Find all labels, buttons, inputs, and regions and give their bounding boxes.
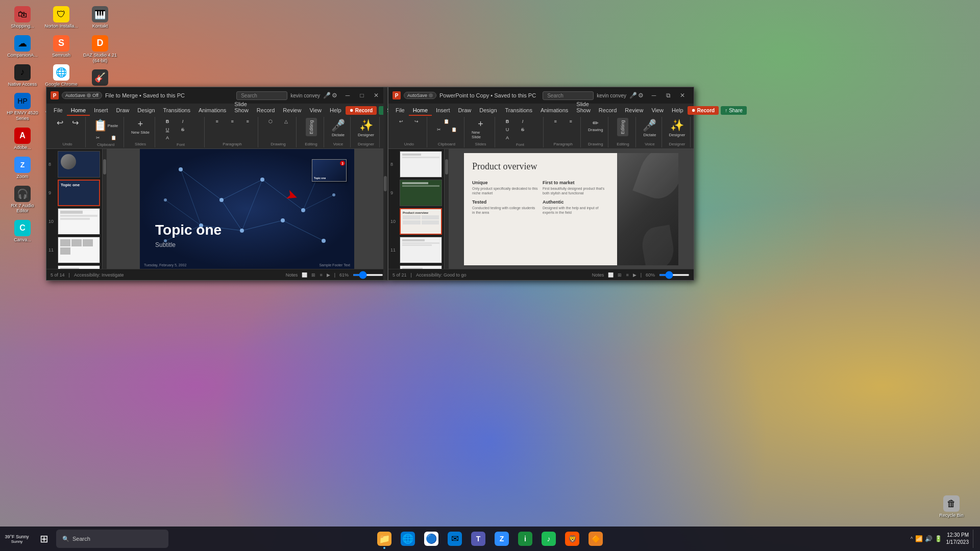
title-search-right[interactable]: Search — [543, 91, 594, 100]
start-button[interactable]: ⊞ — [33, 528, 55, 550]
record-button-left[interactable]: ⏺ Record — [346, 106, 377, 115]
bold-btn-right[interactable]: B — [500, 118, 514, 125]
paste-btn-left[interactable]: 📋 Paste — [91, 118, 120, 133]
desktop-icon-norton[interactable]: 🛡 Norton Installa... — [43, 4, 80, 31]
align-left-btn-right[interactable]: ≡ — [548, 118, 562, 125]
recycle-bin-icon[interactable]: 🗑 Recycle Bin — [933, 493, 970, 520]
tab-transitions-left[interactable]: Transitions — [159, 106, 194, 116]
tab-transitions-right[interactable]: Transitions — [501, 106, 536, 116]
view-slideshow-icon[interactable]: ▶ — [327, 272, 330, 278]
tab-insert-right[interactable]: Insert — [432, 106, 454, 116]
paste-btn-right[interactable]: 📋 — [439, 118, 454, 125]
accessibility-left[interactable]: Accessibility: Investigate — [74, 272, 124, 278]
fontcolor-btn-left[interactable]: A — [160, 134, 175, 141]
accessibility-right[interactable]: Accessibility: Good to go — [416, 272, 467, 278]
strike-btn-right[interactable]: S — [516, 126, 530, 133]
copy-btn-right[interactable]: 📋 — [447, 126, 461, 133]
taskbar-item-explorer[interactable]: 📁 — [373, 528, 396, 550]
slide-thumb-11-right[interactable]: 11 — [390, 237, 442, 263]
undo-btn-left[interactable]: ↩ — [53, 118, 67, 128]
tab-slideshow-left[interactable]: Slide Show — [230, 99, 253, 116]
slide-thumb-11-left[interactable]: 11 — [48, 237, 100, 263]
dictate-btn-left[interactable]: 🎤 Dictate — [329, 118, 347, 138]
view-normal-icon[interactable]: ⬜ — [302, 272, 307, 278]
cut-btn-right[interactable]: ✂ — [432, 126, 446, 133]
drawing-btn-right[interactable]: ✏ Drawing — [586, 118, 605, 133]
view-normal-right[interactable]: ⬜ — [608, 272, 614, 278]
taskbar-item-icons8[interactable]: i — [514, 528, 536, 550]
tab-help-left[interactable]: Help — [326, 106, 346, 116]
desktop-icon-daz[interactable]: D DAZ Studio 4.21 (64-bit) — [82, 33, 118, 66]
shapes-btn-left[interactable]: ⬡ — [263, 118, 278, 125]
desktop-icon-onedrive[interactable]: ☁ CompanionA... — [4, 33, 41, 60]
tab-home-left[interactable]: Home — [67, 106, 90, 116]
mic-icon-right[interactable]: 🎤 — [629, 92, 637, 99]
tab-record-left[interactable]: Record — [253, 106, 279, 116]
align-center-btn-left[interactable]: ≡ — [225, 118, 239, 125]
tab-view-right[interactable]: View — [647, 106, 668, 116]
italic-btn-right[interactable]: I — [516, 118, 530, 125]
strike-btn-left[interactable]: S — [176, 126, 190, 133]
taskbar-clock[interactable]: 12:30 PM 1/17/2023 — [946, 532, 969, 546]
view-sorter-right[interactable]: ⊞ — [618, 272, 622, 278]
tab-slideshow-right[interactable]: Slide Show — [572, 99, 595, 116]
tab-file-left[interactable]: File — [50, 106, 67, 116]
slide-thumb-12-right[interactable]: 12 — [390, 265, 442, 269]
tray-battery-icon[interactable]: 🔋 — [935, 535, 942, 542]
bold-btn-left[interactable]: B — [160, 118, 175, 125]
tab-animations-right[interactable]: Animations — [536, 106, 572, 116]
tab-view-left[interactable]: View — [305, 106, 326, 116]
settings-icon-right[interactable]: ⚙ — [638, 92, 644, 99]
slide-thumb-8-left[interactable]: 8 — [48, 151, 100, 178]
underline-btn-right[interactable]: U — [500, 126, 514, 133]
align-right-btn-left[interactable]: ≡ — [240, 118, 255, 125]
tab-help-right[interactable]: Help — [668, 106, 688, 116]
notes-btn-left[interactable]: Notes — [286, 272, 298, 278]
zoom-slider-left[interactable] — [353, 274, 383, 276]
view-reading-right[interactable]: ≡ — [626, 272, 628, 278]
close-btn-left[interactable]: ✕ — [369, 88, 383, 103]
restore-btn-right[interactable]: ⧉ — [661, 88, 675, 103]
resize-handle-left[interactable] — [383, 149, 387, 269]
show-desktop-btn[interactable] — [973, 530, 976, 548]
tab-review-right[interactable]: Review — [621, 106, 647, 116]
tab-record-right[interactable]: Record — [595, 106, 621, 116]
slide-thumb-9-left[interactable]: 9 Topic one — [48, 180, 100, 206]
desktop-icon-kontakt[interactable]: 🎹 Kontakt — [82, 4, 118, 31]
redo-btn-left[interactable]: ↪ — [68, 118, 82, 128]
zoom-slider-right[interactable] — [659, 274, 690, 276]
view-reading-icon[interactable]: ≡ — [320, 272, 322, 278]
weather-widget[interactable]: 39°F Sunny Sunny — [4, 534, 30, 544]
desktop-icon-canva[interactable]: C Canva... — [4, 218, 41, 245]
tab-draw-left[interactable]: Draw — [112, 106, 134, 116]
new-slide-btn-left[interactable]: + New Slide — [129, 118, 152, 136]
slide-thumb-8-right[interactable]: 8 — [390, 151, 442, 178]
slide-scrollbar-right[interactable] — [445, 149, 449, 269]
slide-thumb-10-left[interactable]: 10 — [48, 208, 100, 235]
taskbar-item-edge[interactable]: 🌐 — [397, 528, 419, 550]
arrange-btn-left[interactable]: △ — [279, 118, 293, 125]
cut-btn-left[interactable]: ✂ — [91, 134, 105, 141]
taskbar-item-zoom[interactable]: Z — [491, 528, 513, 550]
slide-scrollbar-left[interactable] — [103, 149, 107, 269]
taskbar-item-brave[interactable]: 🦁 — [561, 528, 583, 550]
desktop-icon-adobe[interactable]: A Adobe... — [4, 126, 41, 153]
slide-thumb-10-right[interactable]: 10 Product overview — [390, 208, 442, 235]
taskbar-item-teams[interactable]: T — [467, 528, 489, 550]
desktop-icon-hp-envy[interactable]: HP HP ENVY 4520 Series — [4, 91, 41, 123]
tab-animations-left[interactable]: Animations — [194, 106, 230, 116]
desktop-icon-rx7[interactable]: 🎧 RX 7 Audio Editor — [4, 184, 41, 216]
align-center-btn-right[interactable]: ≡ — [564, 118, 578, 125]
taskbar-item-spotify[interactable]: ♪ — [537, 528, 560, 550]
desktop-icon-semrush[interactable]: S Semrush — [43, 33, 80, 60]
desktop-icon-shopping[interactable]: 🛍 Shopping... — [4, 4, 41, 31]
share-button-right[interactable]: ↑ Share — [721, 106, 747, 115]
minimize-btn-left[interactable]: ─ — [340, 88, 355, 103]
desktop-icon-chrome[interactable]: 🌐 Google Chrome — [43, 62, 80, 89]
settings-icon-left[interactable]: ⚙ — [332, 92, 337, 99]
tab-review-left[interactable]: Review — [279, 106, 305, 116]
undo-btn-right[interactable]: ↩ — [394, 118, 408, 125]
dictate-btn-right[interactable]: 🎤 Dictate — [641, 118, 658, 138]
view-sorter-icon[interactable]: ⊞ — [311, 272, 315, 278]
slide-thumb-12-left[interactable]: 12 — [48, 265, 100, 269]
